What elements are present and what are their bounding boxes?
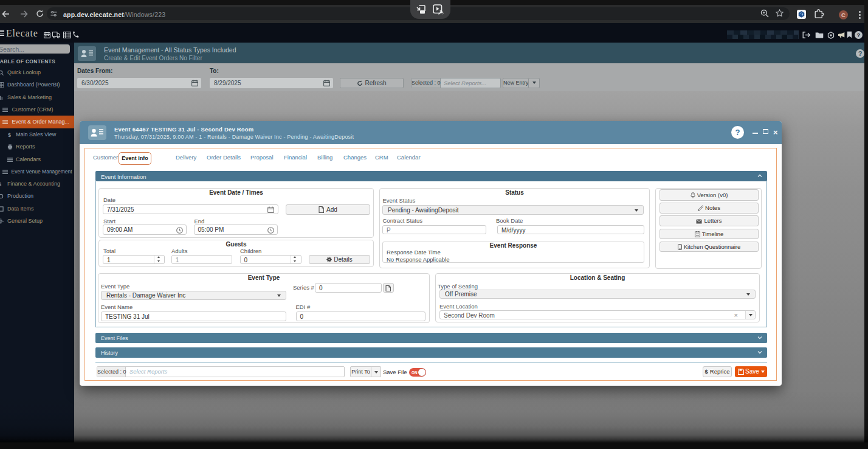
svg-text:$: $ [0,181,1,187]
svg-text:$: $ [8,132,11,137]
